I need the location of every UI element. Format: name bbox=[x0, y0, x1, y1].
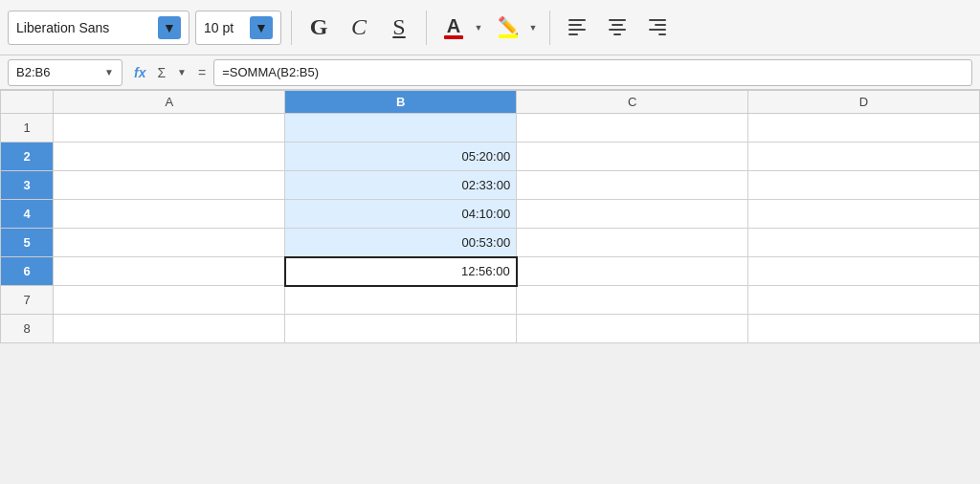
cell-b4[interactable]: 04:10:00 bbox=[285, 200, 517, 229]
chevron-down-icon: ▼ bbox=[163, 20, 176, 35]
cell-a5[interactable] bbox=[54, 229, 285, 257]
equals-button[interactable]: = bbox=[194, 63, 210, 82]
cell-d7[interactable] bbox=[748, 286, 980, 315]
highlight-color-button[interactable]: ✏️ bbox=[491, 11, 525, 45]
formula-icons-group: fx Σ ▼ = bbox=[130, 63, 210, 82]
cell-reference-box[interactable]: B2:B6 ▼ bbox=[8, 59, 122, 86]
chevron-down-icon2: ▼ bbox=[255, 20, 268, 35]
col-header-c[interactable]: C bbox=[517, 91, 748, 114]
col-header-b[interactable]: B bbox=[285, 91, 517, 114]
cell-d4[interactable] bbox=[748, 200, 980, 229]
col-header-a[interactable]: A bbox=[54, 91, 285, 114]
font-color-bar bbox=[444, 35, 463, 39]
underline-icon: S bbox=[392, 14, 405, 40]
table-row: 1 bbox=[1, 114, 980, 143]
cell-b6[interactable]: 12:56:00 bbox=[285, 257, 517, 286]
cell-a8[interactable] bbox=[54, 315, 285, 343]
font-name-arrow[interactable]: ▼ bbox=[158, 16, 181, 39]
align-left-button[interactable] bbox=[560, 11, 594, 45]
cell-b8[interactable] bbox=[285, 315, 517, 343]
cell-c6[interactable] bbox=[517, 257, 748, 286]
font-color-button[interactable]: A bbox=[436, 11, 471, 45]
separator-1 bbox=[291, 11, 292, 45]
row-header-8[interactable]: 8 bbox=[1, 315, 54, 343]
cell-a4[interactable] bbox=[54, 200, 285, 229]
cell-d1[interactable] bbox=[748, 114, 980, 143]
cell-c2[interactable] bbox=[517, 143, 748, 171]
font-size-arrow[interactable]: ▼ bbox=[250, 16, 273, 39]
sigma-button[interactable]: Σ bbox=[153, 63, 169, 82]
separator-2 bbox=[426, 11, 427, 45]
corner-header bbox=[1, 91, 54, 114]
spreadsheet-table: A B C D 1 2 05:20:00 bbox=[0, 90, 980, 343]
font-name-value: Liberation Sans bbox=[16, 20, 109, 35]
column-headers: A B C D bbox=[1, 91, 980, 114]
cell-a2[interactable] bbox=[54, 143, 285, 171]
cell-c8[interactable] bbox=[517, 315, 748, 343]
bold-icon: G bbox=[310, 14, 328, 40]
cell-reference-value: B2:B6 bbox=[16, 65, 50, 79]
row-header-5[interactable]: 5 bbox=[1, 229, 54, 257]
cell-d2[interactable] bbox=[748, 143, 980, 171]
table-row: 3 02:33:00 bbox=[1, 171, 980, 200]
highlight-color-bar bbox=[499, 34, 518, 38]
cell-c3[interactable] bbox=[517, 171, 748, 200]
font-size-dropdown[interactable]: 10 pt ▼ bbox=[195, 11, 281, 45]
col-header-d[interactable]: D bbox=[748, 91, 980, 114]
cell-a3[interactable] bbox=[54, 171, 285, 200]
bold-button[interactable]: G bbox=[301, 11, 336, 45]
row-header-7[interactable]: 7 bbox=[1, 286, 54, 315]
font-name-dropdown[interactable]: Liberation Sans ▼ bbox=[8, 11, 189, 45]
cell-d8[interactable] bbox=[748, 315, 980, 343]
italic-icon: C bbox=[351, 14, 367, 40]
table-row: 4 04:10:00 bbox=[1, 200, 980, 229]
align-right-button[interactable] bbox=[640, 11, 675, 45]
highlight-arrow[interactable]: ▼ bbox=[526, 11, 540, 45]
formula-bar: B2:B6 ▼ fx Σ ▼ = bbox=[0, 55, 980, 90]
cell-c5[interactable] bbox=[517, 229, 748, 257]
row-header-2[interactable]: 2 bbox=[1, 143, 54, 171]
highlighter-icon: ✏️ bbox=[498, 17, 519, 34]
cell-c7[interactable] bbox=[517, 286, 748, 315]
cell-b3[interactable]: 02:33:00 bbox=[285, 171, 517, 200]
table-row: 8 bbox=[1, 315, 980, 343]
cell-d5[interactable] bbox=[748, 229, 980, 257]
cell-a1[interactable] bbox=[54, 114, 285, 143]
font-size-value: 10 pt bbox=[204, 20, 234, 35]
row-header-3[interactable]: 3 bbox=[1, 171, 54, 200]
cell-a6[interactable] bbox=[54, 257, 285, 286]
table-row: 7 bbox=[1, 286, 980, 315]
table-row: 2 05:20:00 bbox=[1, 143, 980, 171]
sigma-arrow[interactable]: ▼ bbox=[173, 65, 190, 79]
row-header-1[interactable]: 1 bbox=[1, 114, 54, 143]
align-left-icon bbox=[563, 13, 591, 41]
highlight-color-group: ✏️ ▼ bbox=[491, 11, 540, 45]
cell-b7[interactable] bbox=[285, 286, 517, 315]
align-center-icon bbox=[603, 13, 632, 41]
align-center-button[interactable] bbox=[600, 11, 635, 45]
separator-3 bbox=[549, 11, 550, 45]
cell-c1[interactable] bbox=[517, 114, 748, 143]
underline-button[interactable]: S bbox=[382, 11, 416, 45]
toolbar: Liberation Sans ▼ 10 pt ▼ G C S A ▼ ✏️ bbox=[0, 0, 980, 55]
cell-b1[interactable] bbox=[285, 114, 517, 143]
spreadsheet: A B C D 1 2 05:20:00 bbox=[0, 90, 980, 343]
row-header-4[interactable]: 4 bbox=[1, 200, 54, 229]
font-color-letter: A bbox=[447, 16, 460, 35]
table-row: 6 12:56:00 bbox=[1, 257, 980, 286]
cell-d3[interactable] bbox=[748, 171, 980, 200]
table-row: 5 00:53:00 bbox=[1, 229, 980, 257]
cell-b2[interactable]: 05:20:00 bbox=[285, 143, 517, 171]
row-header-6[interactable]: 6 bbox=[1, 257, 54, 286]
cell-d6[interactable] bbox=[748, 257, 980, 286]
cell-a7[interactable] bbox=[54, 286, 285, 315]
cell-ref-arrow[interactable]: ▼ bbox=[104, 67, 114, 77]
cell-c4[interactable] bbox=[517, 200, 748, 229]
font-color-arrow[interactable]: ▼ bbox=[472, 11, 485, 45]
italic-button[interactable]: C bbox=[342, 11, 376, 45]
formula-input[interactable] bbox=[213, 59, 972, 86]
font-color-group: A ▼ bbox=[436, 11, 485, 45]
cell-b5[interactable]: 00:53:00 bbox=[285, 229, 517, 257]
align-right-icon bbox=[643, 13, 672, 41]
fx-button[interactable]: fx bbox=[130, 63, 149, 82]
